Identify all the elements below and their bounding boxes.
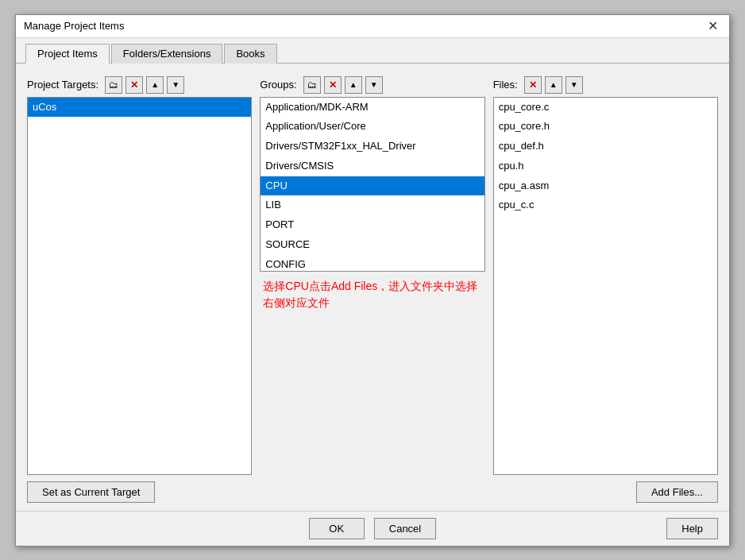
list-item[interactable]: CONFIG [261,255,484,272]
help-button[interactable]: Help [666,518,718,539]
project-targets-label: Project Targets: [27,79,98,91]
panels-row: Project Targets: 🗂 ✕ ▲ ▼ uCos [27,76,718,475]
files-up-btn[interactable]: ▲ [545,76,562,94]
list-item[interactable]: Drivers/CMSIS [261,156,484,176]
down-arrow-icon: ▼ [570,80,578,89]
delete-icon: ✕ [329,79,337,91]
new-folder-icon: 🗂 [109,79,118,91]
dialog-body: Project Targets: 🗂 ✕ ▲ ▼ uCos [16,64,729,511]
files-delete-btn[interactable]: ✕ [524,76,542,94]
files-label: Files: [493,79,518,91]
up-arrow-icon: ▲ [550,80,558,89]
groups-label: Groups: [260,79,296,91]
list-item[interactable]: SOURCE [261,235,484,255]
tab-folders-extensions[interactable]: Folders/Extensions [111,44,223,64]
groups-delete-btn[interactable]: ✕ [324,76,342,94]
list-item[interactable]: Application/MDK-ARM [261,98,484,118]
tab-books[interactable]: Books [224,44,276,64]
groups-panel: Groups: 🗂 ✕ ▲ ▼ Application/MDK-ARM [260,76,484,475]
list-item[interactable]: Drivers/STM32F1xx_HAL_Driver [261,137,484,156]
cancel-button[interactable]: Cancel [374,518,436,539]
list-item[interactable]: PORT [261,215,484,235]
groups-new-btn[interactable]: 🗂 [303,76,321,94]
list-item[interactable]: cpu_def.h [494,137,717,156]
project-targets-header: Project Targets: 🗂 ✕ ▲ ▼ [27,76,252,94]
files-list[interactable]: cpu_core.c cpu_core.h cpu_def.h cpu.h cp… [493,97,718,475]
project-targets-panel: Project Targets: 🗂 ✕ ▲ ▼ uCos [27,76,252,475]
bottom-row: Set as Current Target Add Files... [27,481,718,503]
project-targets-delete-btn[interactable]: ✕ [125,76,143,94]
files-header: Files: ✕ ▲ ▼ [493,76,718,94]
list-item[interactable]: cpu_c.c [494,195,717,215]
project-targets-new-btn[interactable]: 🗂 [105,76,122,94]
footer-buttons: OK Cancel [309,518,436,539]
groups-up-btn[interactable]: ▲ [345,76,362,94]
project-targets-up-btn[interactable]: ▲ [146,76,164,94]
groups-list[interactable]: Application/MDK-ARM Application/User/Cor… [260,97,484,272]
delete-icon: ✕ [130,79,138,91]
list-item[interactable]: Application/User/Core [261,117,484,137]
new-folder-icon: 🗂 [307,79,317,91]
delete-icon: ✕ [529,79,537,91]
list-item[interactable]: uCos [28,98,251,118]
list-item[interactable]: cpu_core.c [494,98,717,118]
set-as-current-target-button[interactable]: Set as Current Target [27,481,155,503]
tabs-bar: Project Items Folders/Extensions Books [16,38,729,64]
down-arrow-icon: ▼ [172,80,179,89]
groups-down-btn[interactable]: ▼ [365,76,383,94]
list-item[interactable]: cpu.h [494,156,717,176]
list-item[interactable]: cpu_core.h [494,117,717,137]
close-button[interactable]: ✕ [704,20,721,33]
targets-bottom: Set as Current Target [27,481,252,503]
dialog-title: Manage Project Items [24,20,124,32]
annotation-text: 选择CPU点击Add Files，进入文件夹中选择右侧对应文件 [260,272,484,318]
ok-button[interactable]: OK [309,518,365,539]
down-arrow-icon: ▼ [370,80,378,89]
manage-project-items-dialog: Manage Project Items ✕ Project Items Fol… [15,14,730,546]
add-files-button[interactable]: Add Files... [636,481,718,503]
project-targets-list[interactable]: uCos [27,97,252,475]
project-targets-down-btn[interactable]: ▼ [167,76,184,94]
groups-bottom [260,481,484,503]
tab-project-items[interactable]: Project Items [25,44,110,64]
footer: OK Cancel Help [16,511,729,546]
list-item[interactable]: LIB [261,195,484,215]
list-item[interactable]: cpu_a.asm [494,176,717,196]
files-panel: Files: ✕ ▲ ▼ cpu_core.c cpu_core.h cpu_d… [493,76,718,475]
title-bar: Manage Project Items ✕ [16,15,729,38]
groups-header: Groups: 🗂 ✕ ▲ ▼ [260,76,484,94]
up-arrow-icon: ▲ [349,80,357,89]
list-item[interactable]: CPU [261,176,484,196]
up-arrow-icon: ▲ [151,80,159,89]
files-down-btn[interactable]: ▼ [566,76,583,94]
files-bottom: Add Files... [493,481,718,503]
